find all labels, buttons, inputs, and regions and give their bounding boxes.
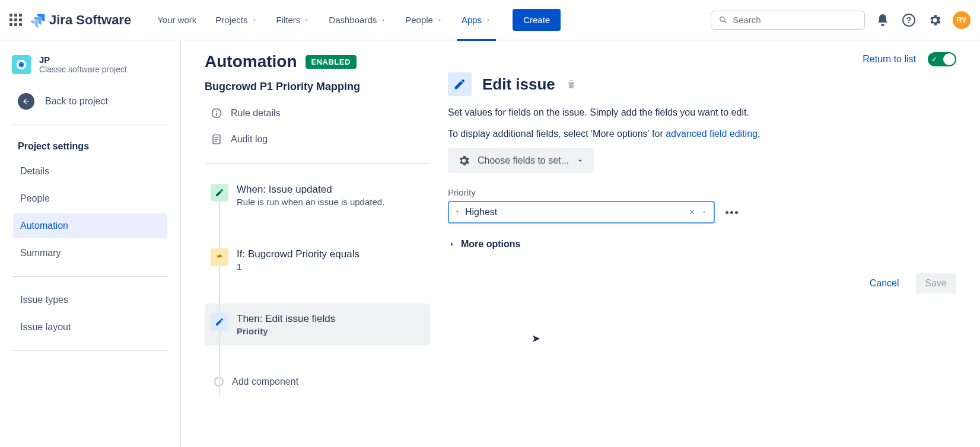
step-subtitle: Rule is run when an issue is updated. bbox=[237, 197, 384, 207]
trigger-icon bbox=[211, 184, 228, 202]
avatar[interactable]: RY bbox=[953, 11, 971, 29]
choose-fields-button[interactable]: Choose fields to set... bbox=[448, 148, 594, 173]
panel-desc-2: To display additional fields, select 'Mo… bbox=[448, 127, 956, 141]
product-name: Jira Software bbox=[49, 12, 131, 28]
help-icon[interactable]: ? bbox=[901, 12, 917, 28]
sidebar: JP Classic software project Back to proj… bbox=[0, 40, 181, 447]
condition-icon bbox=[211, 248, 228, 266]
add-component-label: Add component bbox=[232, 376, 298, 387]
back-label: Back to project bbox=[45, 96, 108, 107]
nav-filters[interactable]: Filters bbox=[268, 10, 319, 30]
choose-fields-label: Choose fields to set... bbox=[478, 155, 569, 166]
cancel-button[interactable]: Cancel bbox=[861, 273, 908, 293]
trash-icon[interactable] bbox=[566, 79, 577, 90]
jira-icon bbox=[29, 12, 46, 28]
back-icon bbox=[18, 93, 34, 110]
create-button[interactable]: Create bbox=[513, 9, 561, 31]
priority-value: Highest bbox=[465, 207, 497, 218]
nav-label: People bbox=[405, 15, 433, 25]
info-icon bbox=[211, 107, 222, 119]
sidebar-item-people[interactable]: People bbox=[13, 186, 167, 211]
priority-label: Priority bbox=[448, 187, 956, 197]
notifications-icon[interactable] bbox=[874, 12, 891, 28]
svg-point-6 bbox=[216, 111, 217, 112]
project-key: JP bbox=[39, 55, 127, 65]
chevron-down-icon bbox=[380, 17, 386, 23]
advanced-field-editing-link[interactable]: advanced field editing bbox=[666, 129, 758, 139]
search-icon bbox=[718, 15, 728, 25]
more-options-label: More options bbox=[461, 239, 520, 250]
step-action[interactable]: Then: Edit issue fields Priority bbox=[205, 304, 430, 346]
step-trigger[interactable]: When: Issue updated Rule is run when an … bbox=[205, 174, 430, 216]
back-to-project[interactable]: Back to project bbox=[12, 81, 168, 124]
sidebar-item-issue-types[interactable]: Issue types bbox=[13, 288, 167, 312]
nav-label: Your work bbox=[157, 15, 196, 25]
edit-icon bbox=[448, 72, 472, 96]
nav-label: Dashboards bbox=[329, 15, 377, 25]
enabled-toggle[interactable]: ✓ bbox=[928, 52, 956, 66]
logo[interactable]: Jira Software bbox=[29, 12, 131, 28]
chevron-down-icon bbox=[576, 157, 584, 165]
chevron-right-icon bbox=[448, 240, 456, 248]
sidebar-item-summary[interactable]: Summary bbox=[13, 241, 167, 266]
check-icon: ✓ bbox=[931, 55, 937, 63]
divider bbox=[205, 163, 430, 164]
return-to-list-link[interactable]: Return to list bbox=[863, 54, 916, 65]
project-type: Classic software project bbox=[39, 65, 127, 74]
chevron-down-icon bbox=[304, 17, 310, 23]
svg-rect-7 bbox=[216, 113, 217, 116]
priority-select[interactable]: ↑ Highest × bbox=[448, 201, 715, 224]
app-switcher-icon[interactable] bbox=[9, 14, 22, 26]
status-badge: ENABLED bbox=[306, 55, 357, 69]
page-title: Automation bbox=[205, 52, 297, 71]
step-subtitle: 1 bbox=[237, 261, 359, 272]
divider bbox=[12, 276, 168, 277]
toggle-knob bbox=[943, 53, 955, 65]
project-icon bbox=[12, 55, 31, 74]
rule-link-label: Audit log bbox=[231, 134, 268, 145]
step-title: Then: Edit issue fields bbox=[237, 313, 335, 325]
save-button: Save bbox=[916, 273, 956, 293]
step-subtitle: Priority bbox=[237, 326, 335, 336]
sidebar-item-automation[interactable]: Automation bbox=[13, 213, 167, 238]
sidebar-section-title: Project settings bbox=[13, 136, 167, 157]
step-condition[interactable]: If: Bugcrowd Priority equals 1 bbox=[205, 239, 430, 281]
nav-projects[interactable]: Projects bbox=[207, 10, 265, 30]
rule-link-label: Rule details bbox=[231, 108, 281, 119]
rule-details-link[interactable]: Rule details bbox=[205, 100, 430, 126]
chevron-down-icon bbox=[437, 17, 443, 23]
svg-point-4 bbox=[20, 63, 23, 66]
search-box[interactable] bbox=[711, 11, 865, 30]
search-input[interactable] bbox=[733, 15, 857, 25]
chevron-down-icon bbox=[252, 17, 257, 23]
divider bbox=[12, 350, 168, 351]
project-header[interactable]: JP Classic software project bbox=[7, 55, 173, 81]
gear-icon bbox=[457, 154, 470, 167]
nav-label: Apps bbox=[462, 15, 482, 25]
more-options-toggle[interactable]: More options bbox=[448, 239, 956, 250]
nav-people[interactable]: People bbox=[397, 10, 451, 30]
chevron-down-icon bbox=[485, 17, 491, 23]
sidebar-item-details[interactable]: Details bbox=[13, 159, 167, 184]
step-title: If: Bugcrowd Priority equals bbox=[237, 248, 359, 260]
dropdown-icon[interactable] bbox=[701, 209, 708, 216]
more-actions-icon[interactable] bbox=[726, 211, 738, 214]
nav-label: Projects bbox=[215, 15, 247, 25]
nav-apps[interactable]: Apps bbox=[453, 10, 499, 30]
rule-name: Bugcrowd P1 Priority Mapping bbox=[205, 81, 430, 93]
step-title: When: Issue updated bbox=[237, 184, 384, 196]
settings-icon[interactable] bbox=[927, 12, 943, 28]
svg-text:?: ? bbox=[906, 15, 912, 25]
clear-icon[interactable]: × bbox=[689, 207, 695, 218]
nav-dashboards[interactable]: Dashboards bbox=[320, 10, 394, 30]
document-icon bbox=[211, 133, 222, 145]
nav-label: Filters bbox=[276, 15, 301, 25]
audit-log-link[interactable]: Audit log bbox=[205, 126, 430, 152]
panel-desc-1: Set values for fields on the issue. Simp… bbox=[448, 106, 956, 120]
priority-highest-icon: ↑ bbox=[455, 207, 459, 217]
sidebar-item-issue-layout[interactable]: Issue layout bbox=[13, 315, 167, 340]
add-component[interactable]: Add component bbox=[205, 368, 430, 395]
panel-title: Edit issue bbox=[482, 75, 555, 94]
nav-your-work[interactable]: Your work bbox=[149, 10, 205, 30]
action-icon bbox=[211, 313, 228, 331]
